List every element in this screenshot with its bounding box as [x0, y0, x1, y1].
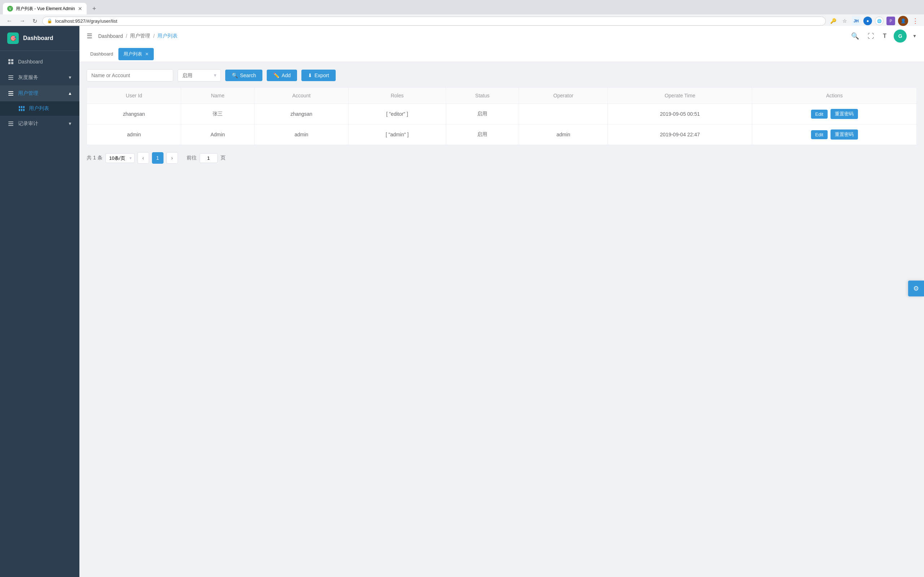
browser-tabs: V 用户列表 - Vue Element Admin ✕ +: [0, 0, 924, 15]
add-button[interactable]: ✏️ Add: [267, 69, 297, 81]
sidebar-item-record-audit[interactable]: 记录审计 ▼: [0, 116, 79, 132]
sidebar-item-dashboard[interactable]: Dashboard: [0, 54, 79, 69]
menu-dots-icon[interactable]: ⋮: [911, 16, 920, 25]
sidebar-item-label-user-management: 用户管理: [18, 90, 38, 97]
cell-status: 启用: [446, 124, 519, 145]
cell-roles: [ "admin" ]: [349, 124, 446, 145]
settings-icon: ⚙: [913, 285, 919, 292]
content-area: 启用 禁用 ▼ 🔍 Search ✏️ Add ⬇ Export: [79, 62, 924, 577]
pagination: 共 1 条 10条/页 20条/页 50条/页 ▼ ‹ 1 › 前往 页: [87, 152, 917, 164]
tab-close-user-list[interactable]: ✕: [145, 52, 149, 56]
logo-icon: 🎯: [7, 32, 19, 44]
edit-button-zhangsan[interactable]: Edit: [811, 110, 828, 119]
user-avatar-browser[interactable]: 👤: [898, 16, 908, 26]
export-btn-label: Export: [314, 73, 329, 78]
header-search-icon[interactable]: 🔍: [850, 31, 861, 42]
goto-page-input[interactable]: [200, 153, 218, 163]
prev-page-button[interactable]: ‹: [137, 152, 149, 164]
page-1-button[interactable]: 1: [152, 152, 163, 164]
forward-button[interactable]: →: [17, 16, 27, 26]
cell-operator: admin: [519, 124, 608, 145]
ext-purple-icon[interactable]: P: [887, 16, 895, 25]
tab-close-icon[interactable]: ✕: [78, 6, 82, 11]
back-button[interactable]: ←: [4, 16, 15, 26]
col-name: Name: [181, 88, 254, 104]
header-font-icon[interactable]: T: [881, 31, 888, 41]
chevron-down-icon: ▼: [68, 75, 72, 80]
key-icon: 🔑: [829, 16, 837, 25]
col-operator: Operator: [519, 88, 608, 104]
floating-settings-button[interactable]: ⚙: [908, 280, 924, 297]
sidebar-item-label-gray-service: 灰度服务: [18, 74, 38, 81]
sidebar-item-label-dashboard: Dashboard: [18, 59, 43, 64]
search-btn-icon: 🔍: [232, 73, 238, 78]
reset-password-button-admin[interactable]: 重置密码: [830, 129, 858, 140]
reload-button[interactable]: ↻: [30, 16, 39, 26]
ext-blue-icon[interactable]: ●: [863, 16, 872, 25]
edit-button-admin[interactable]: Edit: [811, 130, 828, 139]
header: ☰ Dashboard / 用户管理 / 用户列表 🔍 ⛶ T G ▼: [79, 26, 924, 46]
header-expand-icon[interactable]: ⛶: [866, 31, 876, 42]
pagination-total: 共 1 条: [87, 155, 102, 161]
active-tab[interactable]: V 用户列表 - Vue Element Admin ✕: [3, 3, 87, 15]
per-page-select[interactable]: 10条/页 20条/页 50条/页: [105, 153, 135, 163]
sidebar-subitem-label-user-list: 用户列表: [29, 105, 49, 112]
goto-page: 前往 页: [187, 153, 226, 163]
sidebar-menu: Dashboard 灰度服务 ▼ 用户管理 ▲: [0, 51, 79, 577]
tab-dashboard-label: Dashboard: [90, 51, 113, 56]
export-button[interactable]: ⬇ Export: [301, 69, 335, 81]
cell-user-id: admin: [87, 124, 181, 145]
reset-password-button-zhangsan[interactable]: 重置密码: [830, 109, 858, 119]
address-bar[interactable]: 🔒 localhost:9527/#/gray/user/list: [42, 16, 826, 26]
record-audit-icon: [7, 120, 15, 127]
table-row: admin Admin admin [ "admin" ] 启用 admin 2…: [87, 124, 917, 145]
hamburger-icon[interactable]: ☰: [87, 32, 92, 40]
search-input[interactable]: [87, 69, 173, 82]
cell-operate-time: 2019-09-05 00:51: [608, 104, 752, 124]
lock-icon: 🔒: [47, 18, 52, 23]
tab-user-list[interactable]: 用户列表 ✕: [118, 48, 154, 60]
col-user-id: User Id: [87, 88, 181, 104]
goto-label: 前往: [187, 155, 197, 161]
cell-name: 张三: [181, 104, 254, 124]
col-roles: Roles: [349, 88, 446, 104]
sidebar-item-label-record-audit: 记录审计: [18, 121, 38, 127]
next-page-button[interactable]: ›: [166, 152, 178, 164]
bookmark-icon[interactable]: ☆: [840, 16, 849, 25]
main-content: ☰ Dashboard / 用户管理 / 用户列表 🔍 ⛶ T G ▼ Dash…: [79, 26, 924, 577]
breadcrumb-parent[interactable]: 用户管理: [130, 33, 150, 39]
per-page-select-wrapper: 10条/页 20条/页 50条/页 ▼: [105, 153, 135, 163]
ext-green-icon[interactable]: 🌐: [875, 16, 884, 25]
breadcrumb-sep2: /: [153, 33, 155, 39]
sidebar-item-user-list[interactable]: 用户列表: [0, 102, 79, 116]
status-select-wrapper: 启用 禁用 ▼: [178, 69, 221, 82]
header-dropdown-icon[interactable]: ▼: [913, 34, 917, 39]
cell-operator: [519, 104, 608, 124]
ext-jh-icon[interactable]: JH: [852, 16, 861, 25]
new-tab-button[interactable]: +: [89, 3, 99, 14]
sidebar-item-gray-service[interactable]: 灰度服务 ▼: [0, 69, 79, 85]
header-right: 🔍 ⛶ T G ▼: [850, 29, 917, 43]
cell-roles: [ "editor" ]: [349, 104, 446, 124]
cell-account: admin: [254, 124, 348, 145]
tab-bar: Dashboard 用户列表 ✕: [79, 46, 924, 62]
breadcrumb-home[interactable]: Dashboard: [98, 33, 123, 39]
sidebar-item-user-management[interactable]: 用户管理 ▲: [0, 85, 79, 102]
header-avatar[interactable]: G: [894, 29, 907, 43]
search-button[interactable]: 🔍 Search: [225, 69, 262, 81]
app-layout: 🎯 Dashboard Dashboard 灰度服务 ▼: [0, 26, 924, 577]
status-select[interactable]: 启用 禁用: [178, 69, 221, 82]
breadcrumb-sep1: /: [126, 33, 128, 39]
browser-chrome: V 用户列表 - Vue Element Admin ✕ + ← → ↻ 🔒 l…: [0, 0, 924, 26]
sidebar-logo: 🎯 Dashboard: [0, 26, 79, 51]
col-operate-time: Operate Time: [608, 88, 752, 104]
table-row: zhangsan 张三 zhangsan [ "editor" ] 启用 201…: [87, 104, 917, 124]
logo-symbol: 🎯: [10, 35, 16, 41]
gray-service-icon: [7, 74, 15, 81]
tab-title: 用户列表 - Vue Element Admin: [16, 6, 75, 12]
cell-user-id: zhangsan: [87, 104, 181, 124]
cell-name: Admin: [181, 124, 254, 145]
tab-dashboard[interactable]: Dashboard: [85, 48, 118, 60]
cell-status: 启用: [446, 104, 519, 124]
export-btn-icon: ⬇: [308, 73, 312, 78]
